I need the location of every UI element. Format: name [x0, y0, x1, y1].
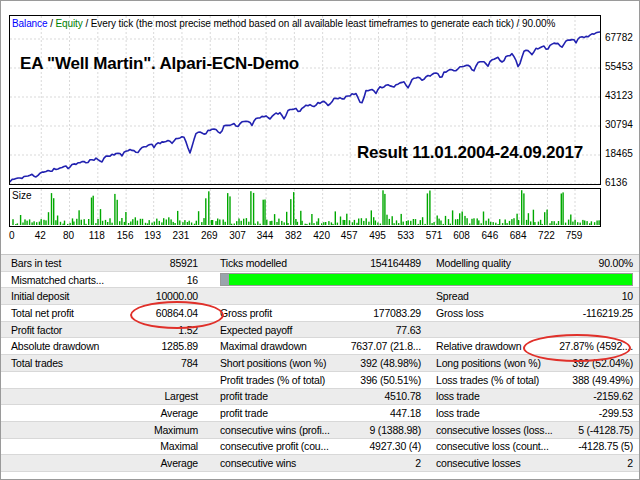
table-row: Total net profit60864.04Gross profit1770…: [1, 305, 640, 322]
header-separator: /: [47, 18, 55, 29]
stat-value: 9 (1388.98): [336, 424, 421, 436]
x-axis-tick: 156: [117, 230, 134, 241]
stat-label: Profit factor: [11, 324, 136, 336]
stat-value: 1285.89: [136, 340, 198, 352]
stat-label: Absolute drawdown: [11, 340, 136, 352]
y-axis-tick: 43123: [605, 90, 639, 102]
stat-value: 85921: [136, 257, 198, 269]
size-chart-canvas: [10, 189, 600, 226]
header-description: / Every tick (the most precise method ba…: [83, 18, 556, 29]
stat-label: Relative drawdown: [436, 340, 548, 352]
y-axis-tick: 67782: [605, 32, 639, 44]
stat-label: consecutive losses (loss...: [436, 424, 548, 436]
modelling-quality-bar: [220, 273, 633, 286]
stat-value: 784: [136, 357, 198, 369]
table-row: Profit trades (% of total)396 (50.51%)Lo…: [1, 372, 640, 389]
y-axis-tick: 55453: [605, 61, 639, 73]
stat-value: 392 (48.98%): [336, 357, 421, 369]
stat-label: loss trade: [436, 407, 548, 419]
table-row: Largestprofit trade4510.78loss trade-215…: [1, 389, 640, 406]
stat-label: consecutive losses: [436, 457, 548, 469]
stat-label: Total trades: [11, 357, 136, 369]
x-axis-tick: 571: [426, 230, 443, 241]
x-axis-tick: 533: [397, 230, 414, 241]
x-axis-tick: 193: [144, 230, 161, 241]
x-axis-tick: 344: [257, 230, 274, 241]
balance-chart-panel: Balance / Equity / Every tick (the most …: [9, 15, 601, 185]
stat-value: 1.52: [136, 324, 198, 336]
stat-value: -4128.75 (5): [548, 440, 633, 452]
x-axis-tick: 118: [89, 230, 105, 241]
x-axis-tick: 307: [229, 230, 246, 241]
stat-value: Maximal: [136, 440, 198, 452]
stat-value: 392 (52.04%): [548, 357, 633, 369]
x-axis-tick: 457: [341, 230, 358, 241]
table-row: Maximumconsecutive wins (profi...9 (1388…: [1, 422, 640, 439]
x-axis-tick: 231: [173, 230, 190, 241]
stat-label: Long positions (won %): [436, 357, 548, 369]
table-row: Averageprofit trade447.18loss trade-299.…: [1, 405, 640, 422]
stat-label: Expected payoff: [220, 324, 336, 336]
stat-value: 177083.29: [336, 307, 421, 319]
size-panel: Size: [9, 188, 601, 227]
table-row: Bars in test85921Ticks modelled154164489…: [1, 255, 640, 272]
stat-value: 154164489: [336, 257, 421, 269]
stat-label: Profit trades (% of total): [220, 374, 336, 386]
x-axis-tick: 608: [453, 230, 470, 241]
stat-value: 10: [548, 290, 633, 302]
y-axis-tick: 6136: [605, 177, 639, 189]
stat-label: consecutive wins (profi...: [220, 424, 336, 436]
stat-label: Maximal drawdown: [220, 340, 336, 352]
stat-value: Largest: [136, 390, 198, 402]
stat-label: Short positions (won %): [220, 357, 336, 369]
stat-label: Loss trades (% of total): [436, 374, 548, 386]
stat-label: profit trade: [220, 407, 336, 419]
stat-value: Average: [136, 457, 198, 469]
x-axis-tick: 684: [510, 230, 527, 241]
chart-header: Balance / Equity / Every tick (the most …: [12, 18, 555, 29]
table-row: Mismatched charts...16: [1, 272, 640, 289]
stat-label: Modelling quality: [436, 257, 548, 269]
stat-label: Spread: [436, 290, 548, 302]
quality-bar-green-segment: [229, 274, 632, 285]
stat-value: 447.18: [336, 407, 421, 419]
stat-label: profit trade: [220, 390, 336, 402]
table-row: Total trades784Short positions (won %)39…: [1, 355, 640, 372]
stat-label: Bars in test: [11, 257, 136, 269]
stat-value: 5 (-4128.75): [548, 424, 633, 436]
quality-bar-gray-segment: [221, 274, 229, 285]
x-axis-tick: 269: [201, 230, 218, 241]
stat-label: consecutive profit (cou...: [220, 440, 336, 452]
table-row: Maximalconsecutive profit (cou...4927.30…: [1, 439, 640, 456]
stat-value: 2: [548, 457, 633, 469]
stat-label: Gross loss: [436, 307, 548, 319]
tester-report-window: Balance / Equity / Every tick (the most …: [0, 0, 640, 480]
stat-value: 396 (50.51%): [336, 374, 421, 386]
y-axis-tick: 18465: [605, 148, 639, 160]
ea-title-annotation: EA "Well Martin". Alpari-ECN-Demo: [20, 54, 299, 74]
stat-label: Ticks modelled: [220, 257, 336, 269]
y-axis-tick: 30794: [605, 119, 639, 131]
equity-label: Equity: [56, 18, 83, 29]
x-axis-tick: 0: [9, 230, 15, 241]
stat-value: Maximum: [136, 424, 198, 436]
table-row: Absolute drawdown1285.89Maximal drawdown…: [1, 338, 640, 355]
stat-label: Total net profit: [11, 307, 136, 319]
x-axis-tick: 759: [566, 230, 583, 241]
stat-label: loss trade: [436, 390, 548, 402]
result-period-annotation: Result 11.01.2004-24.09.2017: [357, 143, 583, 163]
stat-value: -299.53: [548, 407, 633, 419]
stat-value: 10000.00: [136, 290, 198, 302]
stat-value: Average: [136, 407, 198, 419]
stat-value: 16: [136, 274, 198, 286]
table-row: Averageconsecutive wins2consecutive loss…: [1, 455, 640, 472]
stat-value: 7637.07 (21.8...: [336, 340, 421, 352]
x-axis-tick: 42: [35, 230, 46, 241]
table-row: Profit factor1.52Expected payoff77.63: [1, 322, 640, 339]
stat-label: Mismatched charts...: [11, 274, 136, 286]
stat-value: 388 (49.49%): [548, 374, 633, 386]
stat-value: 2: [336, 457, 421, 469]
x-axis-tick: 646: [482, 230, 499, 241]
stat-value: 4927.30 (4): [336, 440, 421, 452]
x-axis-tick: 495: [369, 230, 386, 241]
